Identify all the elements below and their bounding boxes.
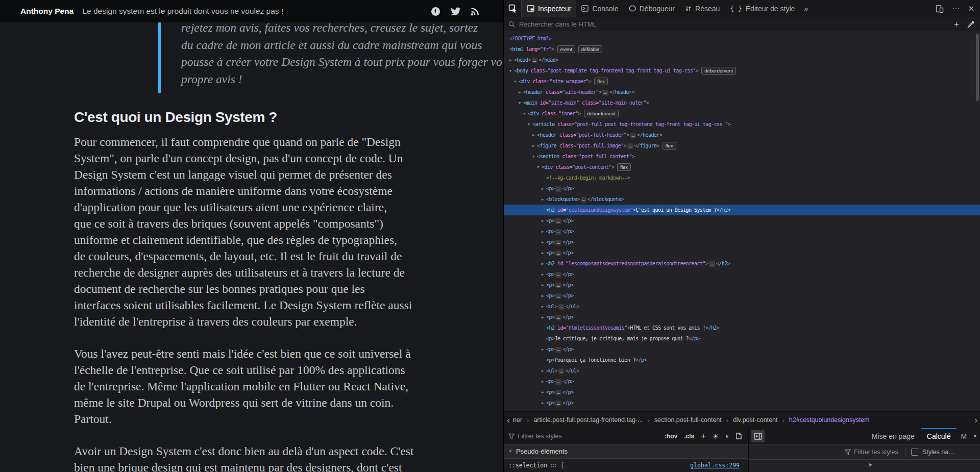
collapsed-content-icon[interactable]: …: [709, 261, 715, 267]
collapse-arrow-icon[interactable]: ▼: [523, 109, 528, 119]
breadcrumb-item[interactable]: article.post-full.post.tag-frontend.tag-…: [533, 416, 643, 424]
markup-row[interactable]: ▼<div class="site-wrapper">flex: [504, 76, 980, 87]
stylesheet-link[interactable]: global.css:299: [690, 462, 740, 469]
collapsed-content-icon[interactable]: …: [555, 186, 561, 192]
sidebar-tab-mise-en-page[interactable]: Mise en page: [866, 428, 921, 444]
expand-arrow-icon[interactable]: ▶: [532, 141, 537, 152]
markup-row[interactable]: ▶<p>…</p>: [504, 280, 980, 290]
collapsed-content-icon[interactable]: …: [555, 283, 561, 288]
rules-filter-bar[interactable]: Filtrer les styles :hov .cls + ☀ ◐: [504, 428, 748, 444]
expand-arrow-icon[interactable]: ▶: [542, 344, 546, 355]
markup-row[interactable]: <!--kg-card-begin: markdown-->: [504, 172, 980, 183]
collapsed-content-icon[interactable]: …: [558, 368, 564, 374]
eyedropper-icon[interactable]: [967, 21, 974, 28]
markup-row[interactable]: ▼<main id="site-main" class="site-main o…: [504, 97, 980, 108]
twitter-icon[interactable]: [450, 6, 461, 17]
expand-arrow-icon[interactable]: ▶: [542, 227, 546, 237]
expand-arrow-icon[interactable]: ▶: [542, 248, 546, 259]
markup-row[interactable]: ▶<head>…</head>: [504, 55, 980, 65]
collapsed-content-icon[interactable]: …: [555, 315, 561, 320]
collapse-arrow-icon[interactable]: ▼: [519, 98, 523, 109]
badge-débordement[interactable]: débordement: [701, 67, 736, 74]
sidebar-tab-m[interactable]: M: [957, 428, 969, 444]
expand-arrow-icon[interactable]: ▶: [542, 387, 546, 398]
meatball-menu-icon[interactable]: ⋯: [952, 4, 960, 13]
expand-arrow-icon[interactable]: ▶: [509, 55, 514, 66]
markup-row[interactable]: ▶<h2 id="lescomposantsdevotredsnontpasde…: [504, 258, 980, 269]
markup-row[interactable]: ▶<ul>…</ul>: [504, 365, 980, 376]
pick-element-button[interactable]: [504, 0, 522, 17]
markup-row[interactable]: ▶<ul>…</ul>: [504, 301, 980, 312]
badge-event[interactable]: event: [557, 45, 575, 53]
markup-row[interactable]: <p>Pourquoi ça fonctionne bien ?</p>: [504, 355, 980, 365]
expand-arrow-icon[interactable]: ▶: [542, 312, 546, 323]
close-devtools-icon[interactable]: ✕: [968, 4, 974, 13]
computed-filter-placeholder[interactable]: Filtrer les styles: [854, 449, 898, 456]
markup-row[interactable]: <p>Je critique, je critique, mais je pro…: [504, 333, 980, 344]
markup-row[interactable]: <!DOCTYPE html>: [504, 33, 980, 44]
breadcrumb-item[interactable]: ner: [513, 416, 522, 424]
breadcrumb-scroll-left-icon[interactable]: ‹: [504, 415, 513, 426]
collapsed-content-icon[interactable]: …: [555, 347, 561, 353]
markup-row[interactable]: ▼<div class="post-content">flex: [504, 162, 980, 172]
expand-arrow-icon[interactable]: ▶: [542, 398, 546, 409]
expand-arrow-icon[interactable]: ▶: [532, 130, 537, 141]
expand-arrow-icon[interactable]: ▶: [542, 237, 546, 248]
markup-row[interactable]: ▶<p>…</p>: [504, 269, 980, 280]
markup-row[interactable]: ▶<p>…</p>: [504, 226, 980, 237]
expand-arrow-icon[interactable]: ▶: [542, 269, 546, 280]
collapsed-content-icon[interactable]: …: [555, 218, 561, 224]
expand-arrow-icon[interactable]: ▶: [542, 194, 546, 205]
collapsed-content-icon[interactable]: …: [555, 379, 561, 385]
badge-débordement[interactable]: débordement: [584, 110, 619, 117]
breadcrumb-scroll-right-icon[interactable]: ›: [971, 415, 980, 426]
collapsed-content-icon[interactable]: …: [555, 240, 561, 245]
markup-row[interactable]: ▶<header class="post-full-header">…</hea…: [504, 130, 980, 140]
markup-row[interactable]: ▶<figure class="post-full-image">…</figu…: [504, 140, 980, 151]
markup-row-selected[interactable]: <h2 id="cestquoiundesignsystem">C'est qu…: [504, 205, 980, 215]
expand-arrow-icon[interactable]: ▶: [519, 87, 523, 98]
markup-row[interactable]: ▶<p>…</p>: [504, 237, 980, 247]
markup-row[interactable]: ▼<article class="post-full post tag-fron…: [504, 119, 980, 130]
tool-tab-inspecteur[interactable]: Inspecteur: [522, 0, 576, 17]
markup-row[interactable]: ▶<p>…</p>: [504, 344, 980, 355]
markup-row[interactable]: ▶<blockquote>…</blockquote>: [504, 194, 980, 205]
collapse-arrow-icon[interactable]: ▼: [514, 77, 519, 87]
badge-flex[interactable]: flex: [617, 163, 631, 171]
badge-flex[interactable]: flex: [594, 78, 608, 85]
collapsed-content-icon[interactable]: …: [532, 58, 537, 63]
collapsed-content-icon[interactable]: …: [630, 133, 636, 138]
markup-row[interactable]: <html lang="fr">eventdéfilable: [504, 44, 980, 55]
browser-styles-checkbox[interactable]: [911, 449, 918, 456]
collapsed-content-icon[interactable]: …: [627, 143, 633, 149]
markup-scrollbar[interactable]: [976, 34, 979, 101]
sidebar-tab-calcul-[interactable]: Calculé: [921, 428, 957, 444]
pseudo-elements-section[interactable]: ▼ Pseudo-éléments: [504, 444, 748, 459]
tool-tab-d-bogueur[interactable]: Débogueur: [624, 0, 680, 17]
property-expand-icon[interactable]: ▶: [869, 462, 872, 467]
pseudo-class-toggle[interactable]: :hov: [665, 433, 677, 440]
tool-tab-console[interactable]: Console: [576, 0, 623, 17]
badge-flex[interactable]: flex: [663, 142, 676, 150]
collapse-arrow-icon[interactable]: ▼: [509, 66, 514, 77]
markup-row[interactable]: ▶<p>…</p>: [504, 215, 980, 226]
expand-arrow-icon[interactable]: ▶: [542, 366, 546, 377]
markup-row[interactable]: ▶<p>…</p>: [504, 247, 980, 258]
collapsed-content-icon[interactable]: …: [558, 304, 564, 310]
badge-défilable[interactable]: défilable: [578, 45, 602, 53]
markup-row[interactable]: <h2 id="htmletcsssontvosamis">HTML et CS…: [504, 322, 980, 333]
markup-row[interactable]: ▶<header class="site-header">…</header>: [504, 87, 980, 97]
collapsed-content-icon[interactable]: …: [555, 390, 561, 395]
collapsed-content-icon[interactable]: …: [581, 197, 586, 203]
collapsed-content-icon[interactable]: …: [555, 251, 561, 256]
collapsed-content-icon[interactable]: …: [555, 229, 561, 235]
markup-row[interactable]: ▶<p>…</p>: [504, 290, 980, 301]
tool-tab-r-seau[interactable]: Réseau: [680, 0, 725, 17]
class-toggle[interactable]: .cls: [684, 433, 694, 440]
expand-arrow-icon[interactable]: ▶: [542, 302, 546, 312]
more-tabs-button[interactable]: »: [800, 0, 812, 17]
add-node-button[interactable]: +: [954, 19, 959, 30]
markup-row[interactable]: ▶<p>…</p>: [504, 312, 980, 322]
site-title[interactable]: Anthony Pena – Le design system est le p…: [20, 7, 283, 16]
css-selector[interactable]: ::selection: [508, 462, 547, 469]
